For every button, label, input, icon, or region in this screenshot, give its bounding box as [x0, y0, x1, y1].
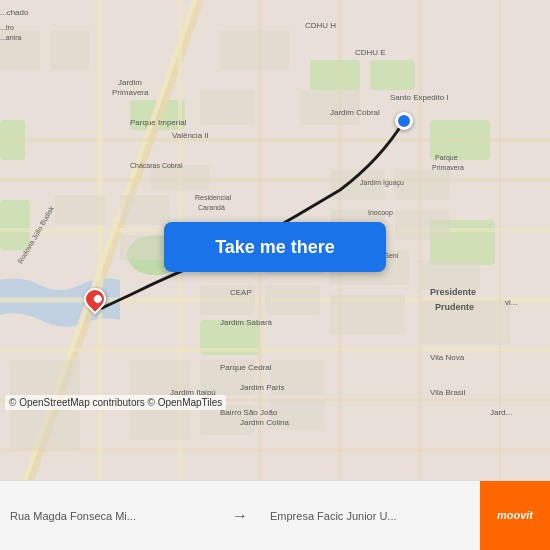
moovit-logo-text: moovit: [497, 509, 533, 522]
svg-text:Santo Expedito I: Santo Expedito I: [390, 93, 449, 102]
svg-text:Residencial: Residencial: [195, 194, 232, 201]
svg-text:Inocoop: Inocoop: [368, 209, 393, 217]
svg-text:...tro: ...tro: [0, 24, 14, 31]
svg-rect-53: [10, 410, 80, 450]
destination-section: Empresa Facic Junior U...: [260, 502, 480, 530]
arrow-section: →: [220, 507, 260, 525]
svg-text:vi...: vi...: [505, 298, 517, 307]
take-me-there-button[interactable]: Take me there: [164, 222, 386, 272]
svg-text:Carandá: Carandá: [198, 204, 225, 211]
svg-text:Primavera: Primavera: [432, 164, 464, 171]
svg-text:...anira: ...anira: [0, 34, 22, 41]
svg-rect-29: [50, 30, 90, 70]
svg-text:Presidente: Presidente: [430, 287, 476, 297]
svg-rect-25: [220, 30, 290, 70]
svg-rect-45: [330, 295, 405, 335]
svg-rect-31: [55, 195, 105, 225]
route-arrow-icon: →: [232, 507, 248, 525]
svg-text:Bairro São João: Bairro São João: [220, 408, 278, 417]
bottom-bar: Rua Magda Fonseca Mi... → Empresa Facic …: [0, 480, 550, 550]
svg-text:CEAP: CEAP: [230, 288, 252, 297]
svg-rect-8: [0, 200, 30, 250]
origin-section: Rua Magda Fonseca Mi...: [0, 502, 220, 530]
svg-rect-43: [420, 260, 480, 290]
destination-label: Empresa Facic Junior U...: [270, 510, 470, 522]
svg-text:Vila Brasil: Vila Brasil: [430, 388, 466, 397]
moovit-logo: moovit: [480, 481, 550, 551]
svg-text:Jardim Sabará: Jardim Sabará: [220, 318, 273, 327]
svg-rect-4: [370, 60, 415, 90]
svg-text:CDHU E: CDHU E: [355, 48, 386, 57]
svg-text:Chácaras Cobral: Chácaras Cobral: [130, 162, 183, 169]
origin-pin: [84, 288, 106, 310]
svg-rect-49: [130, 405, 190, 440]
svg-text:Jardim Colina: Jardim Colina: [240, 418, 289, 427]
svg-text:CDHU H: CDHU H: [305, 21, 336, 30]
svg-text:...chado: ...chado: [0, 8, 29, 17]
svg-text:Jardim Paris: Jardim Paris: [240, 383, 284, 392]
svg-text:Parque: Parque: [435, 154, 458, 162]
svg-text:Vila Nova: Vila Nova: [430, 353, 465, 362]
origin-label: Rua Magda Fonseca Mi...: [10, 510, 210, 522]
svg-text:Jard...: Jard...: [490, 408, 512, 417]
svg-text:Primavera: Primavera: [112, 88, 149, 97]
svg-rect-41: [395, 210, 450, 240]
svg-rect-37: [265, 285, 320, 315]
svg-rect-3: [310, 60, 360, 90]
svg-text:Jardim: Jardim: [118, 78, 142, 87]
svg-text:Jardim Iguaçu: Jardim Iguaçu: [360, 179, 404, 187]
svg-rect-52: [10, 360, 80, 400]
svg-rect-30: [120, 195, 170, 225]
destination-pin: [395, 112, 413, 130]
svg-text:Jardim Cobral: Jardim Cobral: [330, 108, 380, 117]
map-container: CDHU H CDHU E Santo Expedito I Rodovia J…: [0, 0, 550, 480]
svg-text:Parque Imperial: Parque Imperial: [130, 118, 187, 127]
svg-text:Prudente: Prudente: [435, 302, 474, 312]
map-attribution: © OpenStreetMap contributors © OpenMapTi…: [5, 395, 226, 410]
svg-text:Valência II: Valência II: [172, 131, 209, 140]
svg-rect-27: [200, 90, 255, 125]
svg-text:Parque Cedral: Parque Cedral: [220, 363, 272, 372]
